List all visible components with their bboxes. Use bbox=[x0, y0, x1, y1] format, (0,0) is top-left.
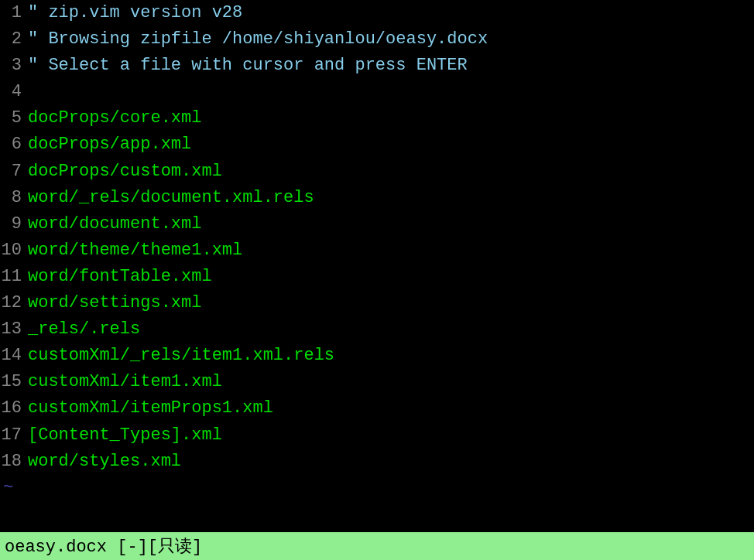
line-content: customXml/_rels/item1.xml.rels bbox=[28, 343, 334, 369]
line: 14customXml/_rels/item1.xml.rels bbox=[0, 343, 754, 369]
tilde-line: ~ bbox=[0, 475, 754, 501]
line: 12word/settings.xml bbox=[0, 290, 754, 316]
line-content: word/theme/theme1.xml bbox=[28, 237, 242, 264]
status-bar: oeasy.docx [-][只读] bbox=[0, 532, 754, 560]
line: 7docProps/custom.xml bbox=[0, 159, 754, 185]
line-number: 7 bbox=[0, 159, 28, 185]
line-content: " zip.vim version v28 bbox=[28, 0, 242, 26]
line-number: 13 bbox=[0, 316, 28, 343]
editor: 1" zip.vim version v282" Browsing zipfil… bbox=[0, 0, 754, 560]
line-number: 4 bbox=[0, 79, 28, 105]
status-text: oeasy.docx [-][只读] bbox=[5, 534, 202, 558]
line-content: word/settings.xml bbox=[28, 290, 201, 316]
line-number: 5 bbox=[0, 105, 28, 131]
line-number: 1 bbox=[0, 0, 28, 26]
line: 1" zip.vim version v28 bbox=[0, 0, 754, 26]
line: 3" Select a file with cursor and press E… bbox=[0, 53, 754, 79]
line: 11word/fontTable.xml bbox=[0, 264, 754, 290]
line-number: 2 bbox=[0, 26, 28, 53]
line-content: [Content_Types].xml bbox=[28, 422, 222, 449]
line-number: 6 bbox=[0, 131, 28, 158]
line-content: word/document.xml bbox=[28, 211, 201, 237]
content-area: 1" zip.vim version v282" Browsing zipfil… bbox=[0, 0, 754, 532]
line-number: 16 bbox=[0, 395, 28, 422]
line-number: 3 bbox=[0, 53, 28, 79]
line-number: 11 bbox=[0, 264, 28, 290]
line: 18word/styles.xml bbox=[0, 449, 754, 475]
line: 6docProps/app.xml bbox=[0, 131, 754, 158]
line-content: customXml/itemProps1.xml bbox=[28, 395, 273, 422]
line-number: 18 bbox=[0, 449, 28, 475]
line-content: " Browsing zipfile /home/shiyanlou/oeasy… bbox=[28, 26, 488, 53]
line-content: docProps/core.xml bbox=[28, 105, 201, 131]
line-number: 15 bbox=[0, 369, 28, 395]
line: 13_rels/.rels bbox=[0, 316, 754, 343]
line: 10word/theme/theme1.xml bbox=[0, 237, 754, 264]
line-number: 12 bbox=[0, 290, 28, 316]
line-content: customXml/item1.xml bbox=[28, 369, 222, 395]
line-content: word/fontTable.xml bbox=[28, 264, 212, 290]
line-number: 10 bbox=[0, 237, 28, 264]
line-number: 9 bbox=[0, 211, 28, 237]
line-content: _rels/.rels bbox=[28, 316, 140, 343]
line-content: word/_rels/document.xml.rels bbox=[28, 185, 314, 211]
line-content: docProps/custom.xml bbox=[28, 159, 222, 185]
line-content: " Select a file with cursor and press EN… bbox=[28, 53, 468, 79]
line: 16customXml/itemProps1.xml bbox=[0, 395, 754, 422]
line: 9word/document.xml bbox=[0, 211, 754, 237]
line: 8word/_rels/document.xml.rels bbox=[0, 185, 754, 211]
line: 2" Browsing zipfile /home/shiyanlou/oeas… bbox=[0, 26, 754, 53]
line: 4 bbox=[0, 79, 754, 105]
line-number: 8 bbox=[0, 185, 28, 211]
line-number: 14 bbox=[0, 343, 28, 369]
line-content: word/styles.xml bbox=[28, 449, 181, 475]
line: 15customXml/item1.xml bbox=[0, 369, 754, 395]
line: 5docProps/core.xml bbox=[0, 105, 754, 131]
line: 17[Content_Types].xml bbox=[0, 422, 754, 449]
line-content: docProps/app.xml bbox=[28, 131, 191, 158]
line-number: 17 bbox=[0, 422, 28, 449]
